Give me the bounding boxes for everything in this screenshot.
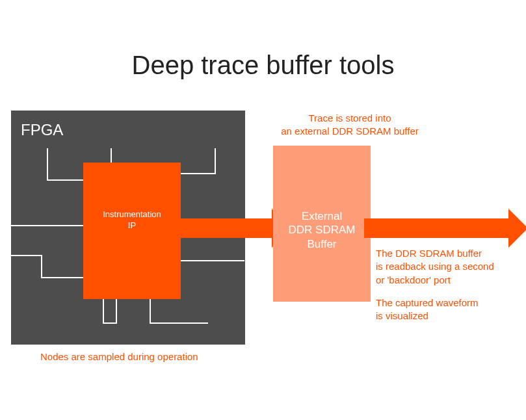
wire	[179, 173, 216, 174]
wire	[41, 277, 85, 278]
wire	[150, 322, 208, 324]
wire	[47, 179, 85, 181]
caption-right-1: The DDR SDRAM bufferis readback using a …	[376, 247, 494, 287]
arrow-out	[364, 218, 508, 238]
wire	[103, 298, 104, 324]
wire	[103, 322, 117, 324]
wire	[179, 260, 244, 261]
wire	[150, 298, 151, 324]
page-title: Deep trace buffer tools	[0, 51, 526, 80]
instrumentation-ip-label: InstrumentationIP	[83, 209, 181, 231]
caption-right-2: The captured waveformis visualized	[376, 296, 479, 323]
wire	[47, 148, 48, 181]
caption-bottom: Nodes are sampled during operation	[40, 351, 198, 362]
wire	[11, 255, 42, 256]
arrow-out-head	[508, 209, 526, 248]
wire	[116, 298, 117, 324]
caption-top: Trace is stored intoan external DDR SDRA…	[252, 112, 447, 138]
ddr-buffer-label: ExternalDDR SDRAMBuffer	[273, 209, 371, 251]
wire	[11, 225, 85, 226]
wire	[215, 148, 216, 174]
arrow-to-ddr	[174, 218, 272, 238]
wire	[41, 255, 42, 278]
wire	[111, 148, 112, 164]
fpga-label: FPGA	[21, 121, 63, 139]
